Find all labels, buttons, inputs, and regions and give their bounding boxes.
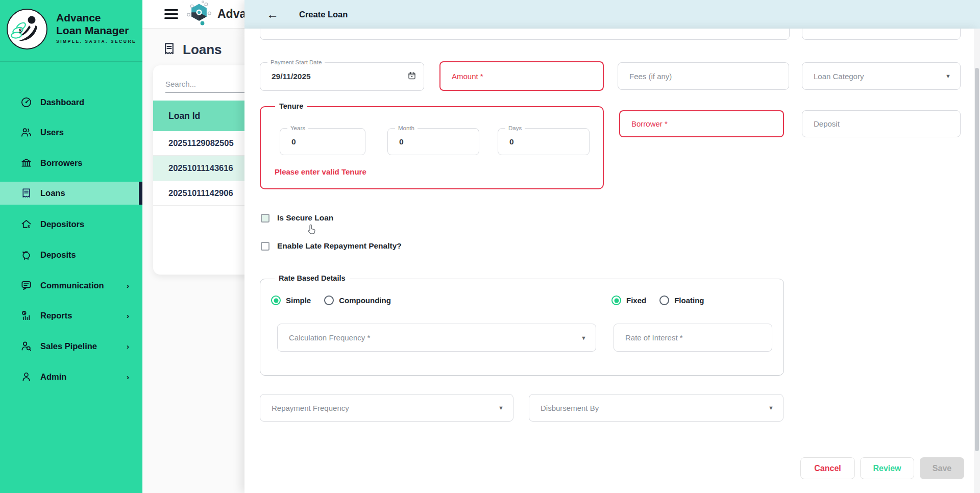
svg-text:$: $ <box>28 224 30 229</box>
sidebar-item-label: Depositors <box>40 219 84 229</box>
tenure-days-label: Days <box>505 124 525 132</box>
chevron-right-icon: › <box>127 311 129 320</box>
is-secure-loan-checkbox-row[interactable]: Is Secure Loan <box>261 213 333 223</box>
fees-label: Fees (if any) <box>629 72 672 81</box>
loan-category-select[interactable]: Loan Category ▼ <box>802 62 961 90</box>
calculation-frequency-select[interactable]: Calculation Frequency * ▼ <box>277 324 596 352</box>
deposit-field[interactable]: Deposit <box>802 110 961 137</box>
calendar-icon <box>944 29 953 30</box>
receipt-icon <box>20 187 32 199</box>
users-icon <box>20 127 32 138</box>
late-penalty-label: Enable Late Repayment Penalty? <box>277 241 402 251</box>
deposit-label: Deposit <box>814 119 840 128</box>
loan-date-field[interactable]: 29/11/2025 <box>802 29 961 40</box>
tenure-fieldset: Tenure Years 0 Month 0 Days 0 Please ent… <box>260 106 604 189</box>
report-chart-icon <box>20 310 32 322</box>
payment-start-date-field[interactable]: Payment Start Date 29/11/2025 <box>260 62 424 91</box>
sidebar-item-deposits[interactable]: Deposits <box>0 242 142 267</box>
house-dollar-icon: $ <box>20 218 32 230</box>
calculation-frequency-label: Calculation Frequency * <box>289 333 370 342</box>
tenure-month-value: 0 <box>399 137 404 146</box>
sidebar-item-admin[interactable]: Admin › <box>0 364 142 389</box>
borrower-label: Borrower * <box>631 119 668 128</box>
back-arrow-icon[interactable]: ← <box>266 8 279 20</box>
sidebar-item-depositors[interactable]: $ Depositors <box>0 212 142 236</box>
tenure-days-value: 0 <box>509 137 514 146</box>
tenure-month-field[interactable]: Month 0 <box>387 128 479 155</box>
sidebar-item-label: Loans <box>40 188 65 198</box>
app-root: Advance Loan Manager $ Advance Loan Mana… <box>0 0 980 493</box>
payment-start-date-value: 29/11/2025 <box>272 72 311 81</box>
sidebar-item-label: Sales Pipeline <box>40 341 97 351</box>
scrollbar-thumb[interactable] <box>975 68 979 451</box>
chevron-down-icon: ▼ <box>945 73 951 79</box>
cursor-hand-icon <box>305 223 317 238</box>
tenure-days-field[interactable]: Days 0 <box>498 128 590 155</box>
disbursement-by-label: Disbursement By <box>541 404 599 412</box>
sidebar-item-users[interactable]: Users <box>0 120 142 144</box>
late-penalty-checkbox-row[interactable]: Enable Late Repayment Penalty? <box>261 241 402 251</box>
brand-name-line2: Loan Manager <box>56 24 136 37</box>
radio-simple-label: Simple <box>286 296 311 305</box>
rate-of-interest-field[interactable]: Rate of Interest * <box>614 324 772 352</box>
loan-type-value: Amortized Loan <box>272 29 331 29</box>
chat-icon <box>20 280 32 291</box>
repayment-frequency-label: Repayment Frequency <box>272 404 349 412</box>
create-loan-header: ← Create Loan <box>244 0 980 29</box>
hamburger-menu-icon[interactable] <box>164 7 179 21</box>
person-icon <box>20 371 32 383</box>
sidebar-item-communication[interactable]: Communication › <box>0 273 142 298</box>
chevron-right-icon: › <box>127 281 129 290</box>
disbursement-by-select[interactable]: Disbursement By ▼ <box>529 394 783 422</box>
chevron-right-icon: › <box>127 373 129 381</box>
tenure-years-label: Years <box>287 124 308 132</box>
checkbox-icon[interactable] <box>261 242 270 251</box>
sidebar-item-label: Borrowers <box>40 158 83 168</box>
sidebar-item-reports[interactable]: Reports › <box>0 303 142 328</box>
tenure-month-label: Month <box>395 124 418 132</box>
sidebar-item-loans[interactable]: Loans <box>0 182 142 205</box>
rate-based-details-fieldset: Rate Based Details Simple Compounding Fi… <box>260 279 784 376</box>
chevron-down-icon: ▼ <box>768 405 774 411</box>
create-loan-form: Amortized Loan 29/11/2025 Payment Start … <box>244 29 980 493</box>
sidebar-item-label: Admin <box>40 372 66 382</box>
radio-fixed-label: Fixed <box>626 296 646 305</box>
checkbox-icon[interactable] <box>261 214 270 223</box>
amount-field[interactable]: Amount * <box>439 61 604 91</box>
brand-block: $ Advance Loan Manager SIMPLE. SASTA. SE… <box>0 0 142 61</box>
tenure-legend: Tenure <box>275 102 307 110</box>
chevron-right-icon: › <box>127 342 129 351</box>
interest-type-radio-group: Simple Compounding <box>271 295 404 305</box>
tenure-years-field[interactable]: Years 0 <box>280 128 365 155</box>
sidebar-item-label: Dashboard <box>40 97 84 107</box>
calendar-icon[interactable] <box>407 71 416 82</box>
sidebar-item-label: Users <box>40 128 64 137</box>
sidebar-item-label: Deposits <box>40 250 76 260</box>
repayment-frequency-select[interactable]: Repayment Frequency ▼ <box>260 394 513 422</box>
radio-compounding[interactable] <box>324 295 334 305</box>
radio-fixed[interactable] <box>611 295 621 305</box>
cancel-button[interactable]: Cancel <box>800 457 855 479</box>
rate-based-details-legend: Rate Based Details <box>275 274 350 282</box>
borrower-field[interactable]: Borrower * <box>619 110 784 137</box>
tenure-years-value: 0 <box>291 137 296 146</box>
sidebar-item-borrowers[interactable]: Borrowers <box>0 151 142 175</box>
loan-type-field[interactable]: Amortized Loan <box>260 29 790 40</box>
brand-name-line1: Advance <box>56 11 136 24</box>
fees-field[interactable]: Fees (if any) <box>618 62 789 90</box>
chevron-down-icon: ▼ <box>581 335 586 341</box>
sidebar-item-sales-pipeline[interactable]: Sales Pipeline › <box>0 334 142 358</box>
sidebar-item-label: Reports <box>40 311 72 321</box>
sidebar-item-dashboard[interactable]: Dashboard <box>0 90 142 114</box>
rate-type-radio-group: Fixed Floating <box>611 295 718 305</box>
scrollbar-track[interactable] <box>974 29 980 493</box>
brand-tagline: SIMPLE. SASTA. SECURE <box>56 39 136 44</box>
payment-start-date-label: Payment Start Date <box>267 58 325 66</box>
review-button[interactable]: Review <box>860 457 914 479</box>
radio-simple[interactable] <box>271 295 281 305</box>
save-button[interactable]: Save <box>920 457 964 479</box>
person-search-icon <box>20 340 32 352</box>
radio-floating[interactable] <box>659 295 669 305</box>
sidebar-divider <box>0 61 142 62</box>
create-loan-title: Create Loan <box>299 10 348 19</box>
